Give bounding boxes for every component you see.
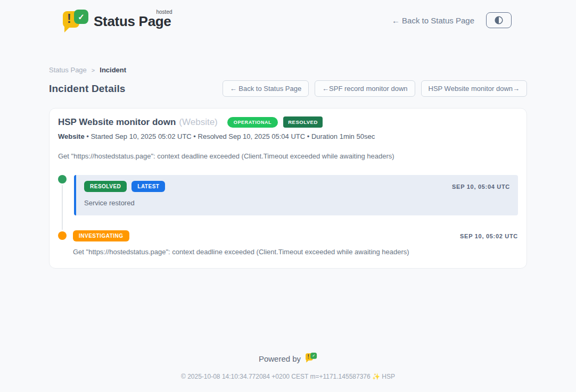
next-incident-button[interactable]: HSP Website monitor down→ (421, 80, 527, 97)
powered-by-label: Powered by (259, 354, 301, 363)
brand-name: Status Page (94, 13, 171, 29)
latest-badge: LATEST (131, 181, 165, 192)
timeline-entry-header: RESOLVED LATEST SEP 10, 05:04 UTC (84, 181, 510, 192)
investigating-badge: INVESTIGATING (73, 230, 129, 241)
statuspage-mini-logo-icon: ! ✓ (306, 353, 317, 364)
header: ! ✓ Status Page hosted ← Back to Status … (0, 0, 576, 32)
timeline-entry-timestamp: SEP 10, 05:04 UTC (452, 184, 510, 190)
incident-timeline: RESOLVED LATEST SEP 10, 05:04 UTC Servic… (58, 175, 518, 256)
timeline-entry-message: Service restored (84, 199, 510, 207)
breadcrumb-separator: > (92, 67, 95, 73)
timeline-entry-investigating: INVESTIGATING SEP 10, 05:02 UTC Get "htt… (58, 231, 518, 256)
incident-card: HSP Website monitor down (Website) OPERA… (49, 108, 527, 269)
incident-description: Get "https://hostedstatus.page": context… (58, 152, 518, 160)
timeline-entry-header: INVESTIGATING SEP 10, 05:02 UTC (73, 230, 518, 241)
incident-meta-details: • Started Sep 10, 2025 05:02 UTC • Resol… (86, 132, 375, 140)
brand-superscript: hosted (157, 9, 172, 15)
breadcrumb: Status Page > Incident (49, 66, 527, 74)
incident-card-title-row: HSP Website monitor down (Website) OPERA… (58, 116, 518, 128)
contrast-icon (493, 15, 504, 26)
statuspage-logo-icon: ! ✓ (63, 9, 88, 32)
theme-toggle-button[interactable] (486, 12, 512, 28)
timeline-entry-highlight-box: RESOLVED LATEST SEP 10, 05:04 UTC Servic… (74, 175, 518, 215)
powered-by-link[interactable]: Powered by ! ✓ (259, 353, 317, 364)
main-content: Status Page > Incident Incident Details … (49, 66, 527, 269)
page-title: Incident Details (49, 83, 126, 95)
previous-incident-button[interactable]: ←SPF record monitor down (315, 80, 415, 97)
header-actions: ← Back to Status Page (392, 12, 512, 28)
copyright-text: © 2025-10-08 14:10:34.772084 +0200 CEST … (0, 373, 576, 380)
logo-bubble-tail (64, 27, 70, 32)
incident-title: HSP Website monitor down (58, 117, 176, 128)
exclamation-icon: ! (67, 13, 71, 25)
timeline-entry-content: INVESTIGATING SEP 10, 05:02 UTC Get "htt… (73, 230, 518, 256)
checkmark-icon: ✓ (74, 10, 88, 24)
timeline-entry-message: Get "https://hostedstatus.page": context… (73, 248, 518, 256)
timeline-entry-badges: INVESTIGATING (73, 230, 129, 241)
back-to-status-page-button[interactable]: ← Back to Status Page (223, 80, 309, 97)
title-row: Incident Details ← Back to Status Page ←… (49, 80, 527, 97)
brand-text: Status Page hosted (94, 13, 171, 30)
back-to-status-page-link[interactable]: ← Back to Status Page (392, 16, 474, 25)
timeline-entry-badges: RESOLVED LATEST (84, 181, 165, 192)
resolved-status-badge: RESOLVED (283, 116, 323, 128)
incident-component: (Website) (179, 117, 217, 128)
incident-nav-buttons: ← Back to Status Page ←SPF record monito… (223, 80, 527, 97)
breadcrumb-status-page[interactable]: Status Page (49, 66, 87, 74)
timeline-dot-orange (58, 231, 67, 240)
timeline-entry-resolved: RESOLVED LATEST SEP 10, 05:04 UTC Servic… (58, 175, 518, 215)
breadcrumb-incident: Incident (100, 66, 126, 74)
incident-meta: Website • Started Sep 10, 2025 05:02 UTC… (58, 132, 518, 140)
footer: Powered by ! ✓ © 2025-10-08 14:10:34.772… (0, 353, 576, 392)
timeline-entry-timestamp: SEP 10, 05:02 UTC (460, 233, 518, 239)
incident-meta-component: Website (58, 132, 85, 140)
brand-logo[interactable]: ! ✓ Status Page hosted (63, 9, 171, 32)
resolved-badge: RESOLVED (84, 181, 127, 192)
timeline-dot-green (58, 175, 67, 184)
operational-badge: OPERATIONAL (227, 117, 278, 128)
